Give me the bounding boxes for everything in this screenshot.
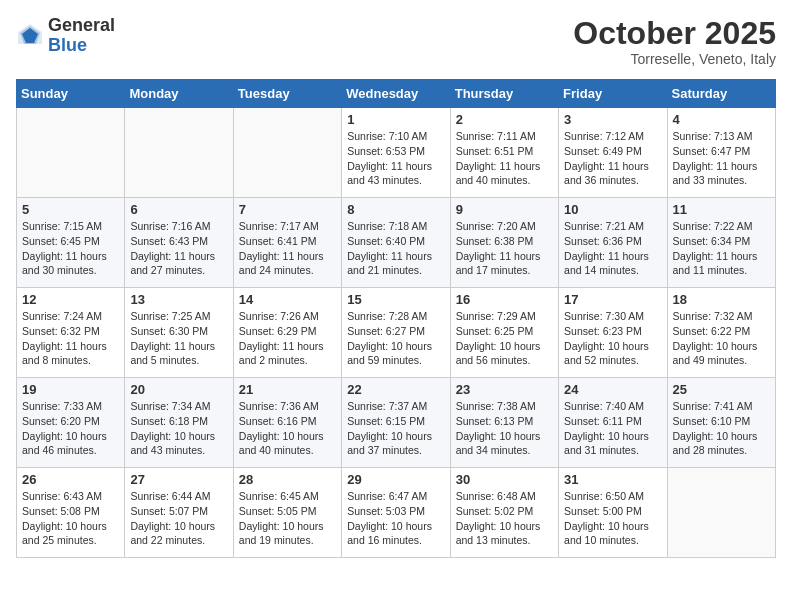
day-info: Sunrise: 7:40 AM Sunset: 6:11 PM Dayligh… bbox=[564, 399, 661, 458]
calendar-week-2: 12Sunrise: 7:24 AM Sunset: 6:32 PM Dayli… bbox=[17, 288, 776, 378]
col-header-wednesday: Wednesday bbox=[342, 80, 450, 108]
day-number: 25 bbox=[673, 382, 770, 397]
calendar-week-3: 19Sunrise: 7:33 AM Sunset: 6:20 PM Dayli… bbox=[17, 378, 776, 468]
logo: General Blue bbox=[16, 16, 115, 56]
day-info: Sunrise: 7:28 AM Sunset: 6:27 PM Dayligh… bbox=[347, 309, 444, 368]
day-number: 16 bbox=[456, 292, 553, 307]
day-info: Sunrise: 7:34 AM Sunset: 6:18 PM Dayligh… bbox=[130, 399, 227, 458]
day-info: Sunrise: 7:15 AM Sunset: 6:45 PM Dayligh… bbox=[22, 219, 119, 278]
day-info: Sunrise: 6:43 AM Sunset: 5:08 PM Dayligh… bbox=[22, 489, 119, 548]
calendar-cell: 22Sunrise: 7:37 AM Sunset: 6:15 PM Dayli… bbox=[342, 378, 450, 468]
calendar-header-row: SundayMondayTuesdayWednesdayThursdayFrid… bbox=[17, 80, 776, 108]
day-number: 20 bbox=[130, 382, 227, 397]
col-header-sunday: Sunday bbox=[17, 80, 125, 108]
calendar-cell: 28Sunrise: 6:45 AM Sunset: 5:05 PM Dayli… bbox=[233, 468, 341, 558]
day-info: Sunrise: 7:30 AM Sunset: 6:23 PM Dayligh… bbox=[564, 309, 661, 368]
day-number: 7 bbox=[239, 202, 336, 217]
day-number: 29 bbox=[347, 472, 444, 487]
calendar-cell: 16Sunrise: 7:29 AM Sunset: 6:25 PM Dayli… bbox=[450, 288, 558, 378]
calendar-cell: 7Sunrise: 7:17 AM Sunset: 6:41 PM Daylig… bbox=[233, 198, 341, 288]
calendar-cell: 1Sunrise: 7:10 AM Sunset: 6:53 PM Daylig… bbox=[342, 108, 450, 198]
calendar-cell: 27Sunrise: 6:44 AM Sunset: 5:07 PM Dayli… bbox=[125, 468, 233, 558]
calendar-cell: 12Sunrise: 7:24 AM Sunset: 6:32 PM Dayli… bbox=[17, 288, 125, 378]
day-number: 2 bbox=[456, 112, 553, 127]
logo-blue: Blue bbox=[48, 35, 87, 55]
day-number: 6 bbox=[130, 202, 227, 217]
calendar-body: 1Sunrise: 7:10 AM Sunset: 6:53 PM Daylig… bbox=[17, 108, 776, 558]
calendar-cell: 6Sunrise: 7:16 AM Sunset: 6:43 PM Daylig… bbox=[125, 198, 233, 288]
day-info: Sunrise: 7:38 AM Sunset: 6:13 PM Dayligh… bbox=[456, 399, 553, 458]
page-header: General Blue October 2025 Torreselle, Ve… bbox=[16, 16, 776, 67]
logo-general: General bbox=[48, 15, 115, 35]
day-info: Sunrise: 7:29 AM Sunset: 6:25 PM Dayligh… bbox=[456, 309, 553, 368]
day-number: 30 bbox=[456, 472, 553, 487]
logo-icon bbox=[16, 22, 44, 50]
day-number: 9 bbox=[456, 202, 553, 217]
day-number: 24 bbox=[564, 382, 661, 397]
calendar-table: SundayMondayTuesdayWednesdayThursdayFrid… bbox=[16, 79, 776, 558]
day-number: 28 bbox=[239, 472, 336, 487]
calendar-cell: 31Sunrise: 6:50 AM Sunset: 5:00 PM Dayli… bbox=[559, 468, 667, 558]
calendar-cell: 25Sunrise: 7:41 AM Sunset: 6:10 PM Dayli… bbox=[667, 378, 775, 468]
calendar-cell: 5Sunrise: 7:15 AM Sunset: 6:45 PM Daylig… bbox=[17, 198, 125, 288]
day-info: Sunrise: 7:20 AM Sunset: 6:38 PM Dayligh… bbox=[456, 219, 553, 278]
col-header-friday: Friday bbox=[559, 80, 667, 108]
day-number: 13 bbox=[130, 292, 227, 307]
day-number: 12 bbox=[22, 292, 119, 307]
calendar-cell: 2Sunrise: 7:11 AM Sunset: 6:51 PM Daylig… bbox=[450, 108, 558, 198]
month-title: October 2025 bbox=[573, 16, 776, 51]
calendar-cell: 10Sunrise: 7:21 AM Sunset: 6:36 PM Dayli… bbox=[559, 198, 667, 288]
calendar-cell: 23Sunrise: 7:38 AM Sunset: 6:13 PM Dayli… bbox=[450, 378, 558, 468]
day-info: Sunrise: 6:44 AM Sunset: 5:07 PM Dayligh… bbox=[130, 489, 227, 548]
day-number: 23 bbox=[456, 382, 553, 397]
calendar-cell: 24Sunrise: 7:40 AM Sunset: 6:11 PM Dayli… bbox=[559, 378, 667, 468]
calendar-cell: 9Sunrise: 7:20 AM Sunset: 6:38 PM Daylig… bbox=[450, 198, 558, 288]
col-header-tuesday: Tuesday bbox=[233, 80, 341, 108]
day-info: Sunrise: 7:36 AM Sunset: 6:16 PM Dayligh… bbox=[239, 399, 336, 458]
day-info: Sunrise: 7:41 AM Sunset: 6:10 PM Dayligh… bbox=[673, 399, 770, 458]
day-info: Sunrise: 7:16 AM Sunset: 6:43 PM Dayligh… bbox=[130, 219, 227, 278]
calendar-cell: 14Sunrise: 7:26 AM Sunset: 6:29 PM Dayli… bbox=[233, 288, 341, 378]
day-number: 1 bbox=[347, 112, 444, 127]
day-info: Sunrise: 6:45 AM Sunset: 5:05 PM Dayligh… bbox=[239, 489, 336, 548]
title-block: October 2025 Torreselle, Veneto, Italy bbox=[573, 16, 776, 67]
day-info: Sunrise: 6:47 AM Sunset: 5:03 PM Dayligh… bbox=[347, 489, 444, 548]
day-info: Sunrise: 7:25 AM Sunset: 6:30 PM Dayligh… bbox=[130, 309, 227, 368]
day-number: 8 bbox=[347, 202, 444, 217]
logo-text: General Blue bbox=[48, 16, 115, 56]
col-header-thursday: Thursday bbox=[450, 80, 558, 108]
calendar-cell bbox=[17, 108, 125, 198]
day-info: Sunrise: 6:50 AM Sunset: 5:00 PM Dayligh… bbox=[564, 489, 661, 548]
calendar-cell: 30Sunrise: 6:48 AM Sunset: 5:02 PM Dayli… bbox=[450, 468, 558, 558]
day-number: 31 bbox=[564, 472, 661, 487]
calendar-cell: 29Sunrise: 6:47 AM Sunset: 5:03 PM Dayli… bbox=[342, 468, 450, 558]
day-number: 19 bbox=[22, 382, 119, 397]
day-number: 18 bbox=[673, 292, 770, 307]
day-info: Sunrise: 7:18 AM Sunset: 6:40 PM Dayligh… bbox=[347, 219, 444, 278]
calendar-week-1: 5Sunrise: 7:15 AM Sunset: 6:45 PM Daylig… bbox=[17, 198, 776, 288]
calendar-cell: 17Sunrise: 7:30 AM Sunset: 6:23 PM Dayli… bbox=[559, 288, 667, 378]
calendar-cell: 4Sunrise: 7:13 AM Sunset: 6:47 PM Daylig… bbox=[667, 108, 775, 198]
calendar-cell: 3Sunrise: 7:12 AM Sunset: 6:49 PM Daylig… bbox=[559, 108, 667, 198]
day-info: Sunrise: 7:10 AM Sunset: 6:53 PM Dayligh… bbox=[347, 129, 444, 188]
calendar-cell: 11Sunrise: 7:22 AM Sunset: 6:34 PM Dayli… bbox=[667, 198, 775, 288]
calendar-cell bbox=[233, 108, 341, 198]
day-number: 4 bbox=[673, 112, 770, 127]
col-header-monday: Monday bbox=[125, 80, 233, 108]
calendar-cell: 13Sunrise: 7:25 AM Sunset: 6:30 PM Dayli… bbox=[125, 288, 233, 378]
day-number: 11 bbox=[673, 202, 770, 217]
calendar-week-0: 1Sunrise: 7:10 AM Sunset: 6:53 PM Daylig… bbox=[17, 108, 776, 198]
day-number: 15 bbox=[347, 292, 444, 307]
day-info: Sunrise: 7:37 AM Sunset: 6:15 PM Dayligh… bbox=[347, 399, 444, 458]
calendar-cell bbox=[125, 108, 233, 198]
calendar-cell: 18Sunrise: 7:32 AM Sunset: 6:22 PM Dayli… bbox=[667, 288, 775, 378]
day-info: Sunrise: 6:48 AM Sunset: 5:02 PM Dayligh… bbox=[456, 489, 553, 548]
day-number: 22 bbox=[347, 382, 444, 397]
day-info: Sunrise: 7:24 AM Sunset: 6:32 PM Dayligh… bbox=[22, 309, 119, 368]
day-info: Sunrise: 7:22 AM Sunset: 6:34 PM Dayligh… bbox=[673, 219, 770, 278]
calendar-cell: 21Sunrise: 7:36 AM Sunset: 6:16 PM Dayli… bbox=[233, 378, 341, 468]
day-info: Sunrise: 7:17 AM Sunset: 6:41 PM Dayligh… bbox=[239, 219, 336, 278]
day-info: Sunrise: 7:32 AM Sunset: 6:22 PM Dayligh… bbox=[673, 309, 770, 368]
day-info: Sunrise: 7:13 AM Sunset: 6:47 PM Dayligh… bbox=[673, 129, 770, 188]
day-number: 17 bbox=[564, 292, 661, 307]
